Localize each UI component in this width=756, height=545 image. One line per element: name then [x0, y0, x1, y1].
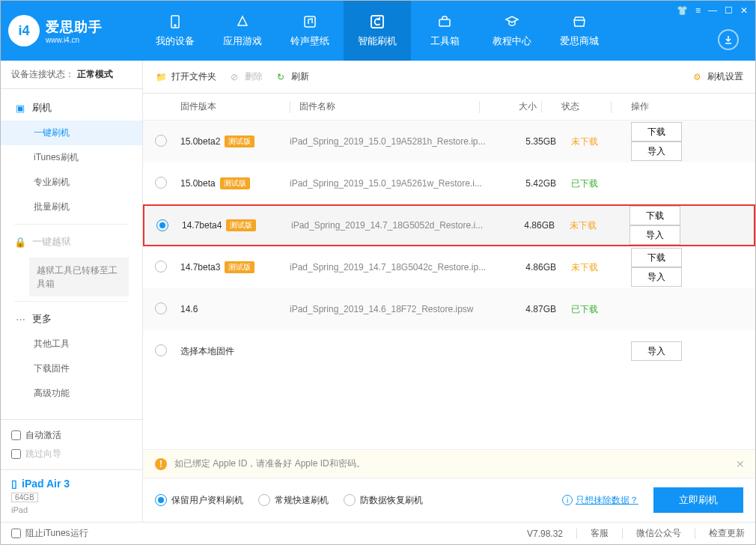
main-nav: 我的设备 应用游戏 铃声壁纸 智能刷机 工具箱 教程中心 爱思商城 — [141, 1, 613, 61]
row-radio[interactable] — [155, 344, 167, 356]
check-update-link[interactable]: 检查更新 — [709, 527, 745, 540]
store-icon — [571, 13, 588, 30]
sidebar-cat-jailbreak: 🔒一键越狱 — [1, 229, 142, 255]
app-version: V7.98.32 — [527, 529, 563, 539]
sidebar-item-other-tools[interactable]: 其他工具 — [1, 332, 142, 356]
music-icon — [302, 13, 318, 30]
nav-store[interactable]: 爱思商城 — [546, 1, 613, 61]
download-manager-icon[interactable] — [718, 29, 739, 50]
minimize-icon[interactable]: — — [708, 5, 717, 16]
sidebar-item-batch-flash[interactable]: 批量刷机 — [1, 195, 142, 219]
download-button[interactable]: 下载 — [631, 122, 682, 141]
device-name[interactable]: ▯iPad Air 3 — [11, 478, 132, 490]
row-radio[interactable] — [155, 302, 167, 314]
firmware-name: iPad_Spring_2019_15.0_19A5261w_Restore.i… — [285, 178, 504, 189]
flash-action-row: 保留用户资料刷机 常规快速刷机 防数据恢复刷机 i只想抹除数据？ 立即刷机 — [143, 478, 755, 522]
close-icon[interactable]: ✕ — [740, 5, 748, 16]
opt-anti-recovery[interactable]: 防数据恢复刷机 — [344, 494, 423, 507]
menu-icon[interactable]: ≡ — [695, 5, 701, 16]
auto-activate-checkbox[interactable]: 自动激活 — [11, 426, 132, 445]
firmware-ops: 下载导入 — [616, 122, 743, 161]
firmware-size: 4.86GB — [504, 262, 556, 272]
svg-rect-3 — [371, 16, 383, 28]
sidebar-item-download-fw[interactable]: 下载固件 — [1, 356, 142, 381]
import-button[interactable]: 导入 — [631, 341, 682, 361]
firmware-status: 未下载 — [556, 136, 616, 148]
nav-tutorial[interactable]: 教程中心 — [478, 1, 546, 61]
firmware-status: 未下载 — [555, 219, 615, 232]
phone-icon — [167, 13, 183, 30]
nav-toolbox[interactable]: 工具箱 — [411, 1, 478, 61]
refresh-button[interactable]: ↻刷新 — [275, 70, 309, 83]
firmware-size: 5.35GB — [504, 136, 556, 147]
sidebar-item-onekey-flash[interactable]: 一键刷机 — [1, 121, 142, 145]
maximize-icon[interactable]: ☐ — [725, 5, 733, 16]
firmware-version: 14.6 — [180, 304, 285, 314]
firmware-row[interactable]: 15.0beta2测试版 iPad_Spring_2019_15.0_19A52… — [143, 121, 755, 162]
sidebar-cat-more[interactable]: ⋯更多 — [1, 306, 142, 332]
row-radio[interactable] — [155, 261, 167, 272]
main-panel: 📁打开文件夹 ⊘删除 ↻刷新 ⚙刷机设置 固件版本 固件名称 大小 状态 操作 … — [143, 61, 755, 522]
device-panel: ▯iPad Air 3 64GB iPad — [1, 469, 142, 522]
app-title: 爱思助手 — [46, 18, 103, 36]
firmware-row[interactable]: 14.7beta4测试版 iPad_Spring_2019_14.7_18G50… — [143, 204, 755, 246]
skip-guide-checkbox[interactable]: 跳过向导 — [11, 445, 132, 463]
sidebar-item-pro-flash[interactable]: 专业刷机 — [1, 170, 142, 195]
firmware-name: iPad_Spring_2019_14.7_18G5042c_Restore.i… — [285, 262, 504, 272]
gear-icon: ⚙ — [691, 71, 703, 83]
firmware-version: 15.0beta2测试版 — [180, 136, 285, 147]
sidebar-item-advanced[interactable]: 高级功能 — [1, 381, 142, 406]
col-ops: 操作 — [616, 100, 743, 113]
firmware-size: 4.86GB — [502, 220, 555, 231]
nav-flash[interactable]: 智能刷机 — [344, 1, 411, 61]
col-name: 固件名称 — [295, 100, 475, 113]
block-itunes-checkbox[interactable]: 阻止iTunes运行 — [11, 527, 88, 540]
firmware-row[interactable]: 15.0beta测试版 iPad_Spring_2019_15.0_19A526… — [143, 162, 755, 204]
logo: i4 爱思助手 www.i4.cn — [8, 15, 141, 46]
import-button[interactable]: 导入 — [631, 141, 682, 161]
opt-keep-data[interactable]: 保留用户资料刷机 — [155, 494, 243, 507]
window-controls: 👕 ≡ — ☐ ✕ — [677, 5, 748, 16]
device-storage: 64GB — [11, 493, 38, 502]
download-button[interactable]: 下载 — [630, 206, 680, 225]
sidebar: 设备连接状态：正常模式 ▣刷机 一键刷机 iTunes刷机 专业刷机 批量刷机 … — [1, 61, 143, 522]
import-button[interactable]: 导入 — [631, 267, 682, 287]
opt-fast-flash[interactable]: 常规快速刷机 — [258, 494, 329, 507]
tshirt-icon[interactable]: 👕 — [677, 5, 688, 16]
alert-close-icon[interactable]: ✕ — [736, 458, 745, 470]
info-icon: i — [562, 495, 573, 505]
logo-icon: i4 — [8, 15, 40, 46]
svg-rect-4 — [439, 19, 450, 26]
local-firmware-row[interactable]: 选择本地固件 导入 — [143, 330, 755, 372]
open-folder-button[interactable]: 📁打开文件夹 — [155, 70, 216, 83]
download-button[interactable]: 下载 — [631, 248, 682, 267]
firmware-size: 5.42GB — [504, 178, 556, 189]
erase-data-link[interactable]: i只想抹除数据？ — [562, 494, 638, 507]
firmware-row[interactable]: 14.7beta3测试版 iPad_Spring_2019_14.7_18G50… — [143, 246, 755, 288]
flash-now-button[interactable]: 立即刷机 — [653, 487, 743, 513]
wechat-link[interactable]: 微信公众号 — [636, 527, 681, 540]
firmware-version: 15.0beta测试版 — [180, 177, 285, 189]
col-size: 大小 — [484, 100, 537, 113]
nav-ringtone[interactable]: 铃声壁纸 — [276, 1, 344, 61]
customer-service-link[interactable]: 客服 — [591, 527, 609, 540]
import-button[interactable]: 导入 — [630, 225, 680, 245]
sidebar-item-itunes-flash[interactable]: iTunes刷机 — [1, 145, 142, 170]
jailbreak-moved-note: 越狱工具已转移至工具箱 — [29, 258, 129, 296]
apple-id-alert: ! 如已绑定 Apple ID，请准备好 Apple ID和密码。 ✕ — [143, 449, 755, 478]
footer: 阻止iTunes运行 V7.98.32 客服 微信公众号 检查更新 — [1, 522, 755, 544]
sidebar-cat-flash[interactable]: ▣刷机 — [1, 95, 142, 121]
beta-tag: 测试版 — [220, 177, 250, 189]
lock-icon: 🔒 — [14, 236, 26, 248]
nav-my-device[interactable]: 我的设备 — [141, 1, 209, 61]
row-radio[interactable] — [156, 219, 168, 231]
apps-icon — [234, 13, 251, 30]
row-radio[interactable] — [155, 177, 167, 189]
nav-apps-games[interactable]: 应用游戏 — [209, 1, 276, 61]
row-radio[interactable] — [155, 135, 167, 147]
beta-tag: 测试版 — [226, 219, 256, 231]
toolbar: 📁打开文件夹 ⊘删除 ↻刷新 ⚙刷机设置 — [143, 61, 755, 94]
flash-settings-button[interactable]: ⚙刷机设置 — [691, 70, 743, 83]
firmware-row[interactable]: 14.6 iPad_Spring_2019_14.6_18F72_Restore… — [143, 288, 755, 330]
delete-button: ⊘删除 — [228, 70, 263, 83]
